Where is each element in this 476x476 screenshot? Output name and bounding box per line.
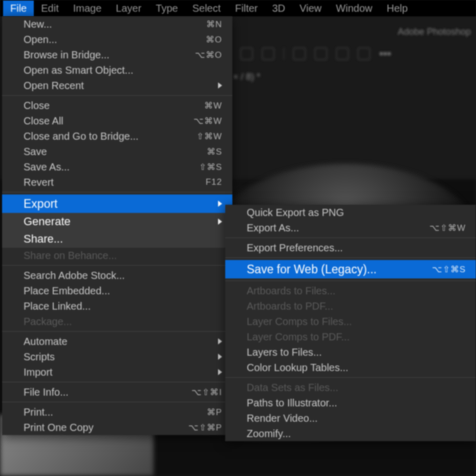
file-menu-item-automate[interactable]: Automate	[2, 334, 232, 349]
menu-item-label: Paths to Illustrator...	[247, 397, 466, 409]
menu-item-label: Export As...	[247, 222, 429, 234]
menubar-item-edit[interactable]: Edit	[34, 1, 66, 16]
file-menu-item-browse-in-bridge[interactable]: Browse in Bridge...⌥⌘O	[2, 47, 232, 62]
file-menu-item-new[interactable]: New...⌘N	[2, 16, 232, 32]
tool-icon[interactable]	[241, 48, 253, 60]
file-menu-item-open[interactable]: Open...⌘O	[2, 32, 232, 47]
menu-item-label: Save for Web (Legacy)...	[247, 263, 432, 276]
menubar-item-3d[interactable]: 3D	[265, 1, 293, 16]
file-menu-item-share[interactable]: Share...	[2, 230, 232, 248]
menu-separator	[2, 331, 232, 332]
menu-item-label: Close and Go to Bridge...	[24, 131, 197, 142]
menu-item-shortcut: ⌘O	[206, 34, 222, 45]
menubar-item-type[interactable]: Type	[148, 1, 185, 16]
export-menu-item-export-preferences[interactable]: Export Preferences...	[225, 240, 476, 255]
file-menu-item-print[interactable]: Print...⌘P	[2, 404, 232, 420]
chevron-right-icon	[218, 219, 222, 225]
file-menu-item-file-info[interactable]: File Info...⌥⇧⌘I	[2, 384, 232, 400]
file-menu-item-print-one-copy[interactable]: Print One Copy⌥⇧⌘P	[2, 420, 232, 435]
export-menu-item-layers-to-files[interactable]: Layers to Files...	[225, 344, 476, 360]
file-menu-item-close-all[interactable]: Close All⌥⌘W	[2, 113, 232, 128]
menu-item-label: Browse in Bridge...	[24, 49, 195, 61]
menu-item-shortcut: ⌘N	[206, 19, 222, 30]
menu-item-label: Layers to Files...	[247, 347, 466, 358]
file-menu-item-close-and-go-to-bridge[interactable]: Close and Go to Bridge...⇧⌘W	[2, 128, 232, 144]
file-menu-item-export[interactable]: Export	[2, 194, 232, 213]
file-menu-item-scripts[interactable]: Scripts	[2, 349, 232, 364]
file-menu-item-package: Package...	[2, 314, 232, 329]
file-menu-item-save-as[interactable]: Save As...⇧⌘S	[2, 159, 232, 175]
file-menu: New...⌘NOpen...⌘OBrowse in Bridge...⌥⌘OO…	[2, 16, 232, 435]
file-menu-item-open-recent[interactable]: Open Recent	[2, 78, 232, 93]
export-menu-item-paths-to-illustrator[interactable]: Paths to Illustrator...	[225, 395, 476, 410]
menu-item-label: Close	[24, 100, 204, 112]
export-menu-item-artboards-to-files: Artboards to Files...	[225, 283, 476, 298]
more-icon[interactable]: •••	[379, 47, 391, 60]
menu-item-label: Artboards to Files...	[247, 285, 466, 297]
menu-item-shortcut: ⌘W	[204, 100, 222, 111]
export-menu-item-layer-comps-to-pdf: Layer Comps to PDF...	[225, 329, 476, 344]
menu-separator	[225, 377, 476, 378]
menu-item-label: Place Embedded...	[24, 285, 222, 297]
menubar-item-view[interactable]: View	[292, 1, 329, 16]
menu-item-label: Search Adobe Stock...	[24, 270, 222, 282]
file-menu-item-place-linked[interactable]: Place Linked...	[2, 298, 232, 314]
menubar-item-file[interactable]: File	[3, 1, 34, 16]
menu-item-label: Package...	[24, 316, 222, 328]
chevron-right-icon	[218, 201, 222, 207]
menu-separator	[225, 257, 476, 258]
menu-item-label: Save	[24, 146, 207, 158]
file-menu-item-share-on-behance: Share on Behance...	[2, 248, 232, 263]
file-menu-item-revert[interactable]: RevertF12	[2, 175, 232, 190]
export-menu-item-save-for-web-legacy[interactable]: Save for Web (Legacy)...⌥⇧⌘S	[225, 260, 476, 278]
menu-item-label: Print...	[24, 406, 207, 418]
menu-item-label: Automate	[24, 336, 214, 348]
tool-icon[interactable]	[315, 48, 327, 60]
menubar-item-layer[interactable]: Layer	[109, 1, 148, 16]
document-tab[interactable]: × / 8) *	[233, 72, 261, 82]
menubar-item-image[interactable]: Image	[66, 1, 109, 16]
menu-item-shortcut: ⌥⇧⌘W	[429, 223, 466, 233]
file-menu-item-close[interactable]: Close⌘W	[2, 98, 232, 113]
menu-item-label: Export Preferences...	[247, 242, 466, 254]
menubar-item-help[interactable]: Help	[379, 1, 415, 16]
menubar-item-window[interactable]: Window	[329, 1, 379, 16]
file-menu-item-generate[interactable]: Generate	[2, 213, 232, 230]
export-menu-item-quick-export-as-png[interactable]: Quick Export as PNG	[225, 205, 476, 220]
file-menu-item-save[interactable]: Save⌘S	[2, 144, 232, 159]
menubar-item-select[interactable]: Select	[185, 1, 228, 16]
export-menu-item-export-as[interactable]: Export As...⌥⇧⌘W	[225, 220, 476, 235]
tool-icon[interactable]	[262, 48, 274, 60]
menu-item-label: Export	[24, 197, 214, 211]
menu-separator	[225, 280, 476, 281]
menu-item-label: Color Lookup Tables...	[247, 362, 466, 374]
menubar: FileEditImageLayerTypeSelectFilter3DView…	[0, 0, 476, 16]
export-menu-item-color-lookup-tables[interactable]: Color Lookup Tables...	[225, 360, 476, 375]
menu-item-label: Render Video...	[247, 413, 466, 424]
file-menu-item-import[interactable]: Import	[2, 364, 232, 380]
chevron-right-icon	[218, 369, 222, 375]
export-menu-item-render-video[interactable]: Render Video...	[225, 410, 476, 426]
tool-icon[interactable]	[336, 48, 349, 60]
tool-icon[interactable]	[293, 48, 306, 60]
app-title: Adobe Photoshop	[398, 27, 471, 37]
export-submenu: Quick Export as PNGExport As...⌥⇧⌘WExpor…	[225, 205, 476, 441]
export-menu-item-zoomify[interactable]: Zoomify...	[225, 426, 476, 441]
menu-item-label: Layer Comps to PDF...	[247, 331, 466, 343]
file-menu-item-search-adobe-stock[interactable]: Search Adobe Stock...	[2, 268, 232, 283]
menu-item-shortcut: F12	[206, 177, 222, 187]
file-menu-item-open-as-smart-object[interactable]: Open as Smart Object...	[2, 62, 232, 78]
menu-item-label: File Info...	[24, 386, 191, 398]
tool-icon[interactable]	[358, 48, 370, 60]
menu-separator	[225, 237, 476, 238]
chevron-right-icon	[218, 354, 222, 360]
menu-item-label: Zoomify...	[247, 428, 466, 440]
file-menu-item-place-embedded[interactable]: Place Embedded...	[2, 283, 232, 298]
menubar-item-filter[interactable]: Filter	[228, 1, 265, 16]
menu-item-label: New...	[24, 18, 206, 30]
menu-item-label: Share...	[24, 232, 222, 246]
menu-item-label: Revert	[24, 177, 206, 188]
menu-item-shortcut: ⌘P	[207, 407, 222, 418]
export-menu-item-artboards-to-pdf: Artboards to PDF...	[225, 298, 476, 314]
menu-item-shortcut: ⇧⌘S	[199, 162, 222, 172]
